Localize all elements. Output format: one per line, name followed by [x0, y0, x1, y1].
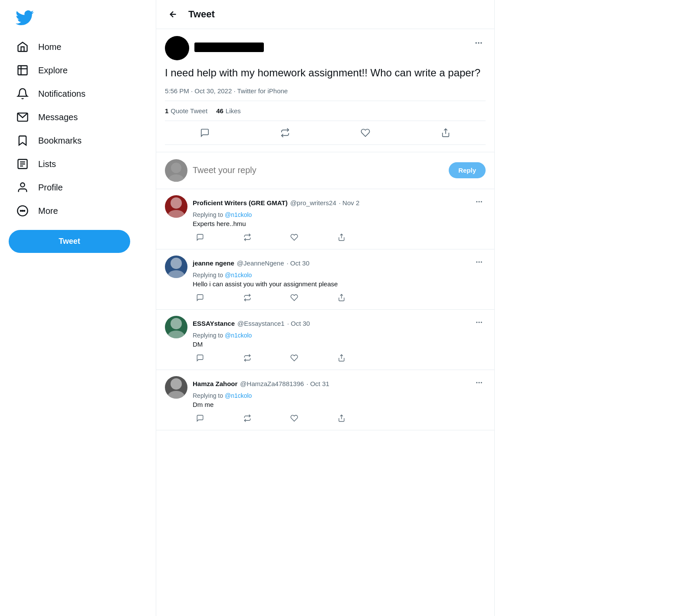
reply-action-button[interactable]	[193, 125, 217, 141]
svg-point-19	[168, 174, 184, 182]
reply-share-2[interactable]	[334, 352, 349, 364]
svg-point-35	[479, 321, 480, 323]
reply-author-2: ESSAYstance @Essaystance1 · Oct 30	[193, 320, 310, 327]
svg-point-30	[481, 261, 482, 262]
reply-retweet-3[interactable]	[240, 413, 255, 424]
reply-comment-2[interactable]	[193, 352, 207, 364]
like-action-button[interactable]	[354, 125, 377, 141]
svg-point-8	[20, 183, 24, 187]
reply-like-2[interactable]	[287, 352, 302, 364]
reply-comment-3[interactable]	[193, 413, 207, 424]
likes-stat[interactable]: 46 Likes	[216, 107, 241, 115]
tweet-author-row	[165, 36, 486, 60]
reply-retweet-1[interactable]	[240, 292, 255, 303]
tweet-button[interactable]: Tweet	[9, 230, 130, 253]
reply-share-3[interactable]	[334, 413, 349, 424]
replying-to-handle-3[interactable]: @n1ckolo	[225, 392, 252, 399]
tweet-author-avatar	[165, 36, 189, 60]
reply-author-1: jeanne ngene @JeanneNgene · Oct 30	[193, 259, 309, 267]
tweet-author-name-block	[194, 43, 264, 54]
twitter-logo[interactable]	[9, 3, 41, 34]
tweet-author-info	[165, 36, 264, 60]
reply-like-3[interactable]	[287, 413, 302, 424]
reply-retweet-0[interactable]	[240, 232, 255, 243]
replying-to-handle-2[interactable]: @n1ckolo	[225, 332, 252, 339]
reply-content-0: Proficient Writers (GRE GMAT) @pro_write…	[193, 195, 486, 243]
reply-text-2: DM	[193, 340, 486, 349]
svg-point-27	[168, 270, 185, 278]
reply-item-1[interactable]: jeanne ngene @JeanneNgene · Oct 30 Reply…	[156, 249, 494, 310]
page-title: Tweet	[188, 9, 215, 20]
reply-share-1[interactable]	[334, 292, 349, 303]
back-button[interactable]	[165, 6, 181, 23]
svg-point-29	[479, 261, 480, 262]
reply-item-3[interactable]: Hamza Zahoor @HamzaZa47881396 · Oct 31 R…	[156, 370, 494, 430]
svg-point-11	[22, 210, 23, 211]
sidebar-item-more[interactable]: More	[9, 200, 92, 222]
tweet-text: I need help with my homework assignment!…	[165, 66, 486, 80]
reply-date-3: · Oct 31	[306, 380, 329, 387]
main-content: Tweet I need help with my homework assig…	[156, 0, 495, 616]
share-action-button[interactable]	[434, 125, 457, 141]
reply-author-name-3: Hamza Zahoor	[193, 380, 237, 387]
svg-point-18	[171, 163, 181, 173]
svg-point-39	[168, 391, 185, 399]
sidebar-item-lists[interactable]: Lists	[9, 153, 92, 175]
reply-actions-1	[193, 292, 349, 303]
svg-point-40	[476, 382, 477, 383]
svg-point-14	[476, 42, 477, 43]
sidebar-item-profile[interactable]: Profile	[9, 176, 92, 199]
original-tweet: I need help with my homework assignment!…	[156, 29, 494, 152]
svg-point-32	[171, 318, 182, 329]
reply-item-0[interactable]: Proficient Writers (GRE GMAT) @pro_write…	[156, 189, 494, 249]
reply-share-0[interactable]	[334, 232, 349, 243]
tweet-more-button[interactable]	[472, 36, 486, 52]
reply-author-name-0: Proficient Writers (GRE GMAT)	[193, 199, 288, 206]
reply-more-button-2[interactable]	[473, 316, 486, 331]
sidebar-label-bookmarks: Bookmarks	[38, 136, 82, 146]
reply-text-1: Hello i can assist you with your assignm…	[193, 279, 486, 288]
quote-tweet-count: 1	[165, 107, 168, 115]
reply-text-input[interactable]	[193, 165, 444, 175]
svg-point-26	[171, 258, 182, 269]
notifications-icon	[16, 88, 30, 100]
svg-point-12	[24, 210, 25, 211]
replying-to-handle-1[interactable]: @n1ckolo	[225, 272, 252, 279]
reply-date-2: · Oct 30	[287, 320, 310, 327]
sidebar-item-explore[interactable]: Explore	[9, 59, 92, 82]
reply-comment-0[interactable]	[193, 232, 207, 243]
reply-item-2[interactable]: ESSAYstance @Essaystance1 · Oct 30 Reply…	[156, 310, 494, 370]
svg-point-21	[168, 210, 185, 218]
reply-like-1[interactable]	[287, 292, 302, 303]
replying-to-handle-0[interactable]: @n1ckolo	[225, 211, 252, 218]
reply-like-0[interactable]	[287, 232, 302, 243]
sidebar-item-home[interactable]: Home	[9, 36, 92, 58]
reply-more-button-3[interactable]	[473, 376, 486, 391]
reply-more-button-0[interactable]	[473, 195, 486, 210]
explore-icon	[16, 64, 30, 76]
quote-tweet-stat[interactable]: 1 Quote Tweet	[165, 107, 207, 115]
sidebar-item-messages[interactable]: Messages	[9, 106, 92, 128]
reply-retweet-2[interactable]	[240, 352, 255, 364]
reply-content-3: Hamza Zahoor @HamzaZa47881396 · Oct 31 R…	[193, 376, 486, 424]
sidebar-item-bookmarks[interactable]: Bookmarks	[9, 129, 92, 152]
reply-submit-button[interactable]: Reply	[449, 162, 486, 178]
reply-date-1: · Oct 30	[287, 259, 310, 267]
reply-header-2: ESSAYstance @Essaystance1 · Oct 30	[193, 316, 486, 331]
tweet-timestamp: 5:56 PM · Oct 30, 2022 · Twitter for iPh…	[165, 87, 486, 95]
reply-actions-3	[193, 413, 349, 424]
home-icon	[16, 41, 30, 53]
svg-point-16	[480, 42, 482, 43]
reply-content-1: jeanne ngene @JeanneNgene · Oct 30 Reply…	[193, 256, 486, 303]
reply-comment-1[interactable]	[193, 292, 207, 303]
sidebar-item-notifications[interactable]: Notifications	[9, 82, 92, 105]
svg-point-24	[481, 201, 482, 202]
profile-icon	[16, 181, 30, 193]
tweet-author-name-redacted	[194, 43, 264, 52]
sidebar: Home Explore Notifications	[0, 0, 156, 616]
reply-author-handle-1: @JeanneNgene	[237, 259, 284, 267]
likes-label: Likes	[226, 107, 241, 115]
reply-more-button-1[interactable]	[473, 256, 486, 271]
svg-point-28	[476, 261, 477, 262]
retweet-action-button[interactable]	[273, 125, 297, 141]
